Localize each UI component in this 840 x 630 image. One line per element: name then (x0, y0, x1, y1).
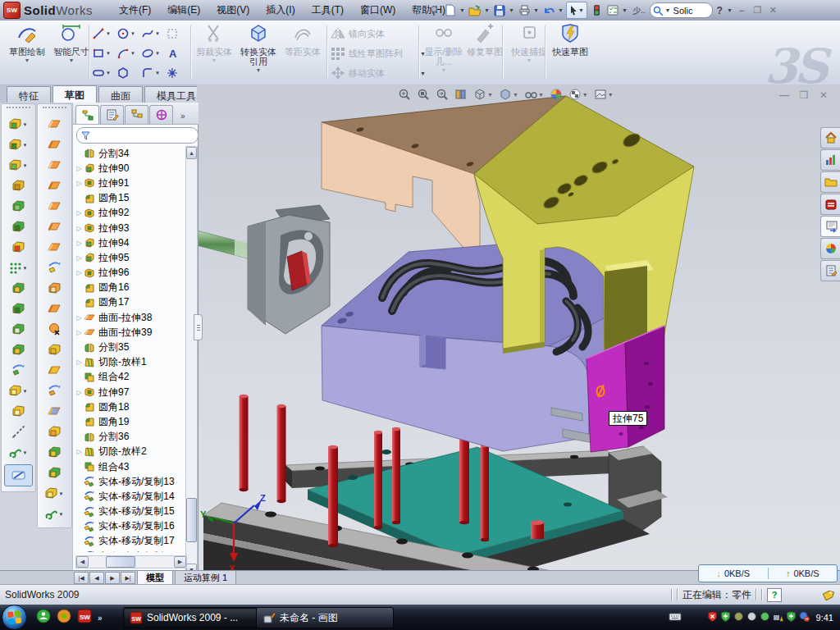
toolbar-button-cut-feature[interactable] (2, 217, 35, 237)
open-button[interactable] (468, 3, 482, 18)
save-button[interactable] (492, 3, 507, 18)
sketch-tool-spline[interactable]: ▼ (141, 24, 166, 43)
toolbar-button-face-fillet[interactable] (38, 442, 71, 463)
expander-icon[interactable]: ▷ (75, 329, 84, 336)
hud-zoom-area-button[interactable] (417, 88, 430, 101)
expander-icon[interactable]: ▷ (75, 314, 84, 322)
tree-item-分割34[interactable]: 分割34 (75, 146, 186, 161)
tree-item-拉伸96[interactable]: ▷拉伸96 (75, 266, 186, 281)
tree-item-拉伸94[interactable]: ▷拉伸94 (75, 235, 186, 250)
body-cavity-insert[interactable] (197, 205, 330, 334)
tree-item-实体-移动/复制15[interactable]: 实体-移动/复制15 (75, 504, 186, 519)
toolbar-button-rib[interactable] (2, 278, 35, 299)
expander-icon[interactable]: ▷ (75, 254, 84, 262)
hud-edit-appearance-button[interactable] (550, 88, 563, 101)
toolbar-button-curve-helix[interactable]: ▼ (38, 504, 71, 524)
toolbar-button-lofted-surface[interactable] (38, 114, 71, 135)
toolbar-button-swept-boss[interactable] (2, 176, 35, 196)
new-document-dropdown[interactable]: ▼ (459, 7, 466, 13)
toolbar-button-replace-face[interactable] (38, 401, 71, 422)
toolbar-button-boss-feature[interactable] (2, 196, 35, 217)
tree-item-组合43[interactable]: 组合43 (75, 459, 186, 474)
toolbar-button-revolved-surface[interactable] (38, 135, 71, 155)
tray-certificate-badge[interactable] (733, 610, 744, 625)
task-pane-tab-resources-home[interactable] (820, 127, 840, 148)
hud-view-orientation-button[interactable]: ▼ (473, 88, 493, 101)
toolbar-button-trim-surface[interactable] (38, 360, 71, 381)
sketch-tool-circle[interactable]: ▼ (116, 24, 141, 43)
toolbar-button-combine-bodies[interactable] (2, 340, 35, 360)
expander-icon[interactable]: ▷ (75, 180, 84, 187)
toolbar-button-extruded-boss[interactable]: ▼ (2, 114, 35, 135)
tray-antivirus-shield[interactable] (720, 610, 731, 625)
ribbon-button-repair[interactable]: 修复草图 (464, 23, 505, 80)
toolbar-button-helix-curve[interactable]: ▼ (2, 442, 35, 463)
doc-close-button[interactable]: ✕ (817, 89, 830, 101)
menu-文件(F)[interactable]: 文件(F) (111, 1, 159, 20)
toolbar-button-hole-wizard[interactable] (2, 237, 35, 258)
sketch-tool-point[interactable] (166, 63, 187, 83)
hud-zoom-previous-button[interactable] (436, 88, 449, 101)
tree-item-实体-移动/复制18[interactable]: 实体-移动/复制18 (75, 549, 186, 552)
menu-编辑(E)[interactable]: 编辑(E) (159, 1, 208, 20)
study-nav-last-button[interactable]: ▶| (121, 572, 135, 584)
sketch-tool-polygon[interactable] (116, 63, 141, 83)
taskbar-task-2[interactable]: 未命名 - 画图 (256, 607, 394, 628)
select-tool-button[interactable]: ▼ (566, 2, 587, 19)
tray-shield-plus[interactable] (786, 610, 797, 625)
tree-item-拉伸93[interactable]: ▷拉伸93 (75, 221, 186, 235)
ribbon-button-trim[interactable]: 剪裁实体▼ (194, 23, 235, 80)
expander-icon[interactable]: ▷ (75, 209, 84, 217)
horizontal-scroll-thumb[interactable] (106, 556, 135, 568)
tree-vertical-scrollbar[interactable]: ▲ ▼ (185, 146, 198, 577)
toolbar-button-fillet[interactable]: ▼ (2, 155, 35, 176)
panel-splitter-handle[interactable] (194, 314, 203, 340)
study-nav-first-button[interactable]: |◀ (74, 572, 89, 584)
tree-item-分割35[interactable]: 分割35 (75, 340, 186, 354)
task-pane-tab-file-explorer[interactable] (820, 171, 840, 193)
toolbar-button-shell[interactable] (2, 319, 35, 340)
sketch-tool-slot[interactable]: ▼ (92, 63, 116, 83)
expander-icon[interactable]: ▷ (75, 448, 84, 455)
panel-tab-propertymanager[interactable] (100, 105, 124, 124)
expander-icon[interactable]: ▷ (75, 389, 84, 396)
toolbar-button-extruded-cut[interactable]: ▼ (2, 135, 35, 155)
sketch-tool-ellipse[interactable]: ▼ (141, 43, 166, 63)
toolbar-button-draft[interactable] (2, 299, 35, 319)
tree-horizontal-scrollbar[interactable]: ◀ ▶ (75, 555, 187, 568)
tree-item-拉伸97[interactable]: ▷拉伸97 (75, 385, 186, 399)
menu-视图(V)[interactable]: 视图(V) (208, 1, 258, 20)
tree-item-圆角19[interactable]: 圆角19 (75, 414, 186, 429)
tab-特征[interactable]: 特征 (7, 86, 51, 103)
doc-restore-button[interactable]: ❐ (797, 89, 810, 101)
tree-item-圆角17[interactable]: 圆角17 (75, 295, 186, 310)
toolbar-button-delete-face[interactable] (38, 319, 71, 340)
tree-item-实体-移动/复制16[interactable]: 实体-移动/复制16 (75, 519, 186, 534)
doc-minimize-button[interactable]: — (778, 89, 791, 101)
panel-tab-dimxpertmanager[interactable] (149, 105, 173, 124)
sketch-tool-select-box[interactable] (166, 24, 187, 43)
expander-icon[interactable]: ▷ (75, 358, 84, 366)
quicklaunch-media-player[interactable] (57, 609, 71, 627)
tab-草图[interactable]: 草图 (52, 85, 97, 103)
open-dropdown[interactable]: ▼ (484, 7, 491, 13)
window-restore-button[interactable]: ❐ (751, 4, 765, 16)
menu-工具(T)[interactable]: 工具(T) (304, 1, 352, 20)
task-pane-tab-custom-properties[interactable] (820, 260, 840, 281)
hud-display-style-button[interactable]: ▼ (499, 88, 518, 101)
graphics-viewport[interactable]: Y Z X ▼▼▼▼▼ — ❐ ✕ (197, 84, 840, 570)
toolbar-button-knit-surface[interactable] (38, 422, 71, 442)
tab-曲面[interactable]: 曲面 (98, 86, 143, 103)
model-tab-模型[interactable]: 模型 (137, 571, 173, 585)
toolbar-button-freeform-surface[interactable] (38, 196, 71, 217)
tree-item-圆角18[interactable]: 圆角18 (75, 399, 186, 414)
hud-section-view-button[interactable] (454, 88, 468, 101)
toolbar-button-surface-fillet[interactable] (38, 299, 71, 319)
scroll-up-button[interactable]: ▲ (186, 147, 197, 159)
pin-button[interactable] (427, 3, 441, 18)
toolbar-button-boundary-surface[interactable] (38, 176, 71, 196)
hud-view-settings-button[interactable]: ▼ (594, 88, 614, 101)
menu-窗口(W)[interactable]: 窗口(W) (352, 1, 404, 20)
tree-item-拉伸90[interactable]: ▷拉伸90 (75, 161, 186, 176)
tree-item-实体-移动/复制17[interactable]: 实体-移动/复制17 (75, 534, 186, 549)
